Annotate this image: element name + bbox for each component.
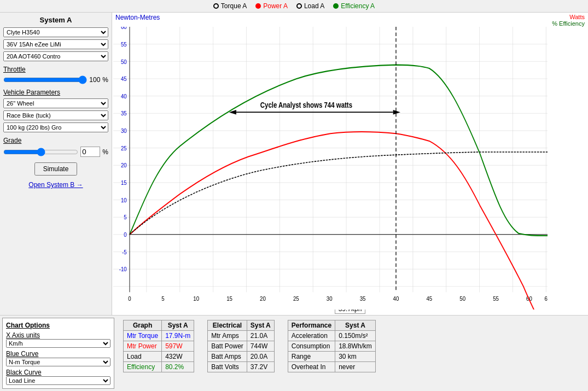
table-row: Consumption 18.8Wh/km <box>288 341 375 352</box>
y-axis-label: Newton-Metres <box>115 14 160 21</box>
mtr-power-label: Mtr Power <box>124 341 162 352</box>
grade-input[interactable] <box>80 147 100 157</box>
simulate-button[interactable]: Simulate <box>34 162 78 176</box>
efficiency-value: 80.2% <box>162 362 194 372</box>
svg-text:40: 40 <box>393 295 399 302</box>
batt-volts-value: 37.2V <box>247 362 274 372</box>
svg-text:40: 40 <box>121 92 127 100</box>
legend-row: Torque A Power A Load A Efficiency A <box>0 0 588 13</box>
table-row: Efficiency 80.2% <box>124 362 194 372</box>
svg-text:0: 0 <box>128 295 131 302</box>
svg-text:25: 25 <box>293 295 299 302</box>
blue-curve-select[interactable]: N-m Torque <box>6 358 110 366</box>
open-system-b-link[interactable]: Open System B → <box>3 181 108 189</box>
controller-select[interactable]: 20A AOT460 Contro <box>3 51 108 61</box>
table-row: Mtr Torque 17.9N-m <box>124 331 194 341</box>
svg-text:65: 65 <box>545 295 548 302</box>
table-row: Overheat In never <box>288 362 375 372</box>
electrical-header-label: Electrical <box>208 320 247 331</box>
mtr-torque-label: Mtr Torque <box>124 331 162 341</box>
svg-text:35: 35 <box>121 110 127 117</box>
svg-text:-5: -5 <box>122 248 127 255</box>
svg-text:-10: -10 <box>119 266 127 273</box>
grade-slider[interactable] <box>3 148 78 156</box>
graph-table: Graph Syst A Mtr Torque 17.9N-m Mtr Powe… <box>123 320 194 372</box>
grade-label: Grade <box>3 137 108 144</box>
efficiency-label: Efficiency <box>124 362 162 372</box>
svg-text:15: 15 <box>121 179 127 186</box>
svg-text:15: 15 <box>226 295 232 302</box>
svg-text:5: 5 <box>161 295 164 302</box>
right-axis-eff-label: % Efficiency <box>552 20 585 27</box>
performance-header-label: Performance <box>288 320 335 331</box>
legend-load-label: Load A <box>304 2 324 10</box>
throttle-slider[interactable] <box>3 75 87 84</box>
legend-power: Power A <box>255 2 288 10</box>
batt-power-value: 744W <box>247 341 274 352</box>
weight-select[interactable]: 100 kg (220 lbs) Gro <box>3 122 108 132</box>
throttle-value: 100 <box>89 76 100 84</box>
legend-efficiency: Efficiency A <box>333 2 375 10</box>
legend-torque-label: Torque A <box>221 2 247 10</box>
data-tables: Graph Syst A Mtr Torque 17.9N-m Mtr Powe… <box>119 318 586 389</box>
right-axis-watts-label: Watts <box>552 14 585 20</box>
legend-efficiency-label: Efficiency A <box>341 2 375 10</box>
black-curve-label: Black Curve <box>6 369 110 376</box>
table-row: Batt Power 744W <box>208 341 275 352</box>
legend-power-label: Power A <box>263 2 288 10</box>
svg-text:30: 30 <box>121 127 127 134</box>
throttle-unit: % <box>102 76 108 84</box>
svg-rect-0 <box>113 27 548 310</box>
black-curve-select[interactable]: Load Line <box>6 376 110 385</box>
chart-svg: 60 55 50 45 40 35 30 25 20 15 10 5 0 -5 <box>113 27 548 310</box>
chart-options-title: Chart Options <box>6 322 110 329</box>
acceleration-value: 0.150m/s² <box>335 331 376 341</box>
svg-text:50: 50 <box>121 58 127 65</box>
performance-header-value: Syst A <box>335 320 376 331</box>
overheat-label: Overheat In <box>288 362 335 372</box>
svg-text:60: 60 <box>121 27 127 30</box>
svg-text:45: 45 <box>121 75 127 82</box>
batt-power-label: Batt Power <box>208 341 247 352</box>
svg-text:55: 55 <box>493 295 499 302</box>
svg-text:10: 10 <box>193 295 199 302</box>
batt-amps-label: Batt Amps <box>208 352 247 362</box>
mtr-amps-value: 21.0A <box>247 331 274 341</box>
sidebar: System A Clyte H3540 36V 15Ah eZee LiMi … <box>0 13 112 315</box>
acceleration-label: Acceleration <box>288 331 335 341</box>
svg-text:55: 55 <box>121 40 127 48</box>
x-axis-select[interactable]: Km/h <box>6 339 110 348</box>
system-title: System A <box>3 16 108 24</box>
electrical-header-value: Syst A <box>247 320 274 331</box>
svg-text:Cycle Analyst shows 744 watts: Cycle Analyst shows 744 watts <box>260 101 352 109</box>
body-select[interactable]: Race Bike (tuck) <box>3 110 108 120</box>
svg-text:30: 30 <box>327 295 333 302</box>
blue-curve-label: Blue Curve <box>6 350 110 358</box>
range-value: 30 km <box>335 352 376 362</box>
motor-select[interactable]: Clyte H3540 <box>3 27 108 37</box>
consumption-value: 18.8Wh/km <box>335 341 376 352</box>
grade-unit: % <box>102 148 108 156</box>
legend-load: Load A <box>296 2 324 10</box>
load-value: 432W <box>162 352 194 362</box>
table-row: Acceleration 0.150m/s² <box>288 331 375 341</box>
graph-table-header-value: Syst A <box>162 320 194 331</box>
svg-text:20: 20 <box>121 162 127 169</box>
wheel-select[interactable]: 26" Wheel <box>3 98 108 108</box>
table-row: Batt Volts 37.2V <box>208 362 275 372</box>
table-row: Load 432W <box>124 352 194 362</box>
table-row: Mtr Power 597W <box>124 341 194 352</box>
battery-select[interactable]: 36V 15Ah eZee LiMi <box>3 39 108 49</box>
chart-options-panel: Chart Options X Axis units Km/h Blue Cur… <box>2 318 114 389</box>
overheat-value: never <box>335 362 376 372</box>
svg-text:25: 25 <box>121 144 127 151</box>
table-row: Batt Amps 20.0A <box>208 352 275 362</box>
legend-torque: Torque A <box>213 2 247 10</box>
table-row: Mtr Amps 21.0A <box>208 331 275 341</box>
mtr-amps-label: Mtr Amps <box>208 331 247 341</box>
svg-text:50: 50 <box>459 295 465 302</box>
electrical-table: Electrical Syst A Mtr Amps 21.0A Batt Po… <box>207 320 275 372</box>
graph-table-header-label: Graph <box>124 320 162 331</box>
mtr-power-value: 597W <box>162 341 194 352</box>
svg-text:20: 20 <box>260 295 266 302</box>
